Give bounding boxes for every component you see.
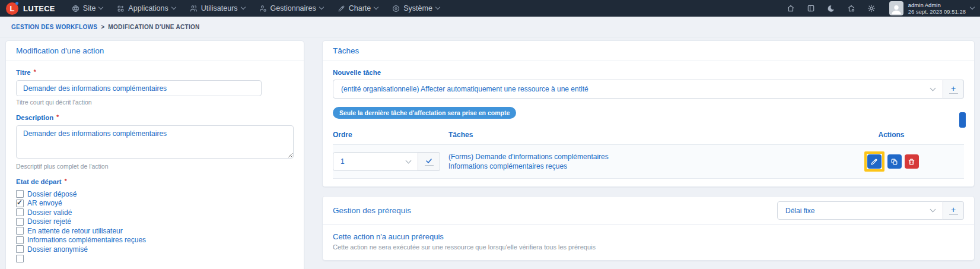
scrollbar-thumb[interactable] <box>959 112 966 128</box>
main-menu: Site Applications Utilisateurs Gestionna… <box>65 0 447 17</box>
chevron-down-icon <box>374 5 378 10</box>
state-checkbox[interactable] <box>16 200 24 207</box>
lutece-brand[interactable]: L LUTECE <box>6 2 55 15</box>
globe-icon <box>72 5 79 12</box>
new-task-select[interactable]: (entité organisationnelle) Affecter auto… <box>333 80 943 99</box>
column-header-actions: Actions <box>819 131 964 139</box>
order-group: 1 <box>333 152 440 171</box>
plus-icon: + <box>951 206 956 213</box>
titre-group: Titre * Titre court qui décrit l'action <box>16 69 294 106</box>
breadcrumb-workflows-link[interactable]: GESTION DES WORKFLOWS <box>11 24 97 30</box>
copy-task-button[interactable] <box>887 154 902 169</box>
chevron-down-icon <box>240 5 245 10</box>
prereq-body: Cette action n'a aucun prérequis Cette a… <box>323 225 974 260</box>
state-option <box>16 254 294 264</box>
chevron-down-icon <box>98 5 103 10</box>
confirm-order-button[interactable] <box>418 152 440 171</box>
state-label: AR envoyé <box>27 199 62 207</box>
home-icon <box>787 4 795 12</box>
tasks-body: Nouvelle tâche (entité organisationnelle… <box>323 61 974 186</box>
right-column: Tâches Nouvelle tâche (entité organisati… <box>322 40 975 261</box>
prereq-card: Gestion des prérequis Délai fixe + Cette… <box>322 196 975 261</box>
prereq-type-selected-value: Délai fixe <box>785 207 814 215</box>
state-checkbox[interactable] <box>16 190 24 198</box>
card-title: Gestion des prérequis <box>333 206 411 215</box>
tasks-card: Tâches Nouvelle tâche (entité organisati… <box>322 40 975 187</box>
table-row: 1 (Forms) Demande d'informations complém… <box>333 145 964 179</box>
users-icon <box>190 5 198 12</box>
check-icon <box>425 158 432 164</box>
chevron-down-icon <box>930 85 936 91</box>
menu-site[interactable]: Site <box>65 0 110 17</box>
state-option: Informations complémentaires reçues <box>16 236 294 245</box>
login-datetime: 26 sept. 2023 09:51:28 <box>908 8 966 15</box>
avatar <box>889 1 903 15</box>
plus-icon: + <box>951 85 956 92</box>
menu-charte[interactable]: Charte <box>330 0 386 17</box>
site-home-cog-icon <box>847 4 855 12</box>
chevron-down-icon <box>970 5 975 10</box>
copy-icon <box>890 158 898 166</box>
menu-systeme[interactable]: Système <box>385 0 447 17</box>
state-label: Dossier validé <box>27 208 72 217</box>
breadcrumb-separator: > <box>101 24 104 30</box>
prereq-type-select[interactable]: Délai fixe <box>777 201 943 220</box>
state-checkbox[interactable] <box>16 236 24 244</box>
titre-input[interactable] <box>16 80 262 96</box>
description-label: Description <box>16 114 53 121</box>
state-checkbox[interactable] <box>16 208 24 216</box>
menu-label: Gestionnaires <box>271 4 316 12</box>
add-prereq-button[interactable]: + <box>943 201 964 220</box>
prereq-empty-help: Cette action ne sera exécutée sur une re… <box>333 243 964 251</box>
user-name: admin Admin <box>908 2 966 8</box>
prereq-empty-title: Cette action n'a aucun prérequis <box>333 232 964 241</box>
menu-gestionnaires[interactable]: Gestionnaires <box>252 0 330 17</box>
home-button[interactable] <box>782 1 799 15</box>
state-option: Dossier rejeté <box>16 217 294 227</box>
new-task-selected-value: (entité organisationnelle) Affecter auto… <box>341 85 588 93</box>
sidebar-toggle-button[interactable] <box>803 1 819 15</box>
site-home-button[interactable] <box>843 1 860 15</box>
delete-task-button[interactable] <box>905 154 919 169</box>
task-line-2: Informations complémentaires reçues <box>448 162 819 171</box>
menu-label: Système <box>403 4 432 12</box>
new-task-group: (entité organisationnelle) Affecter auto… <box>333 80 964 99</box>
pencil-icon <box>870 158 878 166</box>
chevron-down-icon <box>406 157 412 163</box>
edit-task-button[interactable] <box>867 154 882 169</box>
assignment-notice-badge: Seule la dernière tâche d'affectation se… <box>333 107 516 119</box>
tasks-table-header: Ordre Tâches Actions <box>333 128 964 145</box>
titre-label: Titre <box>16 69 31 76</box>
dark-mode-moon-icon <box>827 5 835 12</box>
sidebar-panel-icon <box>807 4 815 12</box>
modify-action-card: Modification d'une action Titre * Titre … <box>5 40 304 269</box>
state-checkbox[interactable] <box>16 245 24 253</box>
state-checkbox[interactable] <box>16 227 24 235</box>
menu-label: Applications <box>128 4 168 12</box>
column-header-tasks: Tâches <box>448 131 819 139</box>
dark-mode-button[interactable] <box>823 1 839 15</box>
settings-button[interactable] <box>863 1 880 15</box>
state-checkbox[interactable] <box>16 255 24 262</box>
user-menu[interactable]: admin Admin 26 sept. 2023 09:51:28 <box>889 1 974 15</box>
description-textarea[interactable]: Demander des informations complémentaire… <box>16 125 294 159</box>
add-task-button[interactable]: + <box>943 80 964 99</box>
description-help: Descriptif plus complet de l'action <box>16 163 294 170</box>
state-checkbox[interactable] <box>16 218 24 226</box>
order-select[interactable]: 1 <box>333 152 418 171</box>
menu-utilisateurs[interactable]: Utilisateurs <box>183 0 252 17</box>
breadcrumb-current: MODIFICATION D'UNE ACTION <box>108 24 199 30</box>
prereq-header: Gestion des prérequis Délai fixe + <box>323 197 974 225</box>
menu-applications[interactable]: Applications <box>110 0 182 17</box>
state-label: Informations complémentaires reçues <box>27 236 146 244</box>
action-highlight-box <box>864 151 884 172</box>
breadcrumb: GESTION DES WORKFLOWS > MODIFICATION D'U… <box>0 17 980 37</box>
lutece-logo-icon: L <box>6 2 18 15</box>
circle-dot-icon <box>392 5 400 12</box>
state-option: AR envoyé <box>16 199 294 208</box>
menu-label: Charte <box>349 4 371 12</box>
state-label: Dossier rejeté <box>27 217 71 226</box>
state-option: En attente de retour utilisateur <box>16 226 294 236</box>
new-task-label: Nouvelle tâche <box>333 69 964 76</box>
settings-gear-icon <box>867 4 876 12</box>
